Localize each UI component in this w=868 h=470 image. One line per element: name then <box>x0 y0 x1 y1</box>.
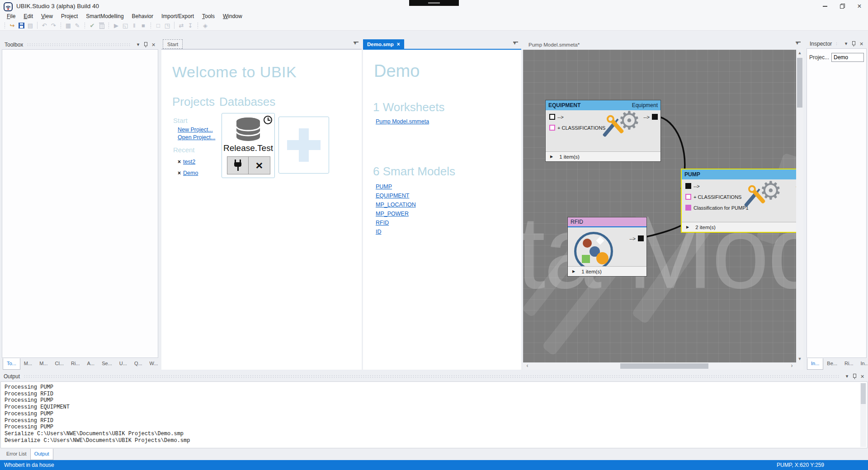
open-project-icon[interactable]: ↪ <box>8 21 17 29</box>
node-rfid-header[interactable]: RFID <box>568 217 646 227</box>
output-menu-button[interactable]: ▾ <box>843 373 851 380</box>
toolbar-grip[interactable] <box>84 22 86 28</box>
menu-import-export[interactable]: Import/Export <box>157 13 198 20</box>
run-window-icon[interactable]: ◱ <box>121 21 130 29</box>
new-project-link[interactable]: New Project... <box>178 127 213 133</box>
zoom-fit-icon[interactable]: □ <box>154 21 163 29</box>
smart-model-link-pump[interactable]: PUMP <box>376 183 392 190</box>
input-port-row[interactable]: --> <box>685 183 700 189</box>
toolbar-grip[interactable] <box>150 22 152 28</box>
smart-model-link-mp-location[interactable]: MP_LOCATION <box>376 202 416 208</box>
tabstrip-menu-icon[interactable] <box>796 42 801 46</box>
save-icon[interactable] <box>17 21 26 29</box>
dock-tab-5[interactable]: A... <box>84 358 99 370</box>
menu-view[interactable]: View <box>37 13 57 20</box>
toolbar-grip[interactable] <box>108 22 110 28</box>
remove-recent-icon[interactable]: × <box>178 170 181 176</box>
classifications-row[interactable]: + CLASSIFICATIONS <box>549 125 605 131</box>
toolbox-close-button[interactable]: × <box>150 41 157 48</box>
stop-icon[interactable]: ■ <box>139 21 148 29</box>
redo-icon[interactable]: ↷ <box>49 21 58 29</box>
inspector-tab-0[interactable]: In... <box>807 358 823 370</box>
menu-behavior[interactable]: Behavior <box>128 13 157 20</box>
menu-smartmodelling[interactable]: SmartModelling <box>82 13 127 20</box>
inspector-pin-button[interactable] <box>850 40 858 47</box>
node-footer[interactable]: ▶ 1 item(s) <box>568 266 646 276</box>
tag-icon[interactable]: ◈ <box>201 21 210 29</box>
output-header[interactable]: Output ▾ × <box>0 371 868 381</box>
inspector-drag-grip[interactable] <box>835 42 839 46</box>
expander-icon[interactable]: ▶ <box>550 155 553 159</box>
run-icon[interactable]: ▶ <box>112 21 121 29</box>
menu-file[interactable]: File <box>3 13 19 20</box>
validate-icon[interactable]: ✔ <box>88 21 97 29</box>
edit-form-icon[interactable]: ✎ <box>73 21 82 29</box>
dock-tab-toolbox[interactable]: To... <box>3 358 20 370</box>
recent-project-link[interactable]: Demo <box>183 170 198 176</box>
dock-tab-1[interactable]: M... <box>20 358 36 370</box>
canvas-vertical-scrollbar[interactable]: ▲ ▼ <box>796 50 803 362</box>
collapsed-dock-widget[interactable] <box>409 0 459 6</box>
canvas-horizontal-scrollbar[interactable]: ‹ › <box>523 362 796 370</box>
tab-demo-smp[interactable]: Demo.smp × <box>363 39 404 49</box>
port-icon[interactable] <box>685 183 691 189</box>
tab-output[interactable]: Output <box>30 449 53 460</box>
toolbox-drag-grip[interactable] <box>27 43 131 47</box>
menu-edit[interactable]: Edit <box>19 13 37 20</box>
expander-icon[interactable]: ▶ <box>572 269 575 273</box>
classifications-row[interactable]: + CLASSIFICATIONS <box>685 194 741 200</box>
node-equipment-header[interactable]: EQUIPMENT Equipment <box>546 100 660 110</box>
inspector-tab-2[interactable]: Ri... <box>841 358 857 370</box>
restore-button[interactable] <box>834 0 851 12</box>
toolbar-grip[interactable] <box>197 22 199 28</box>
toolbar-grip[interactable] <box>4 22 6 28</box>
cascade-windows-icon[interactable]: ◳ <box>163 21 172 29</box>
output-close-button[interactable]: × <box>859 373 866 380</box>
dock-tab-8[interactable]: Q... <box>131 358 146 370</box>
worksheet-link[interactable]: Pump Model.smmeta <box>376 118 429 125</box>
smart-model-link-id[interactable]: ID <box>376 229 382 235</box>
node-equipment[interactable]: EQUIPMENT Equipment --> + CLASSIFICATION… <box>545 100 661 162</box>
scroll-up-icon[interactable]: ▲ <box>796 50 803 56</box>
port-icon[interactable] <box>685 194 691 200</box>
print-icon[interactable]: ▤ <box>26 21 35 29</box>
scrollbar-thumb[interactable] <box>620 363 708 369</box>
undo-icon[interactable]: ↶ <box>40 21 49 29</box>
inspector-menu-button[interactable]: ▾ <box>842 40 850 47</box>
inspector-tab-3[interactable]: In... <box>857 358 868 370</box>
dock-tab-4[interactable]: Ri... <box>67 358 84 370</box>
node-footer[interactable]: ▶ 1 item(s) <box>546 151 660 161</box>
output-scrollbar[interactable] <box>860 383 866 447</box>
classification-row[interactable]: Classification for PUMP1 <box>685 205 749 211</box>
input-port-row[interactable]: --> <box>549 114 564 120</box>
output-port-row[interactable]: --> <box>629 235 644 241</box>
smart-model-link-rfid[interactable]: RFID <box>376 220 389 226</box>
dock-tab-3[interactable]: Cl... <box>51 358 67 370</box>
output-drag-grip[interactable] <box>24 375 840 378</box>
dock-tab-7[interactable]: U... <box>116 358 131 370</box>
inspector-tab-1[interactable]: Be... <box>823 358 841 370</box>
tab-close-icon[interactable]: × <box>397 41 400 47</box>
connect-db-button[interactable] <box>227 156 249 174</box>
menu-project[interactable]: Project <box>57 13 82 20</box>
dock-tab-9[interactable]: W... <box>146 358 162 370</box>
sync-icon[interactable]: ⇄ <box>177 21 186 29</box>
open-project-link[interactable]: Open Project... <box>178 134 215 141</box>
delete-icon[interactable] <box>97 21 106 29</box>
database-card[interactable]: Release.Test × <box>222 113 275 178</box>
scroll-down-icon[interactable]: ▼ <box>796 356 803 362</box>
toolbox-menu-button[interactable]: ▾ <box>134 41 142 48</box>
deploy-icon[interactable]: ↧ <box>186 21 195 29</box>
inspector-header[interactable]: Inspector ▾ × <box>806 39 867 48</box>
node-rfid[interactable]: RFID --> ▶ 1 item(s) <box>567 217 647 277</box>
toolbar-grip[interactable] <box>60 22 62 28</box>
node-footer[interactable]: ▶ 2 item(s) <box>682 222 796 232</box>
output-log[interactable]: Processing PUMP Processing RFID Processi… <box>0 381 868 448</box>
output-pin-button[interactable] <box>851 373 859 380</box>
model-canvas[interactable]: ta Model EQUIPMENT Equipment --> <box>523 50 796 362</box>
smart-model-link-mp-power[interactable]: MP_POWER <box>376 211 409 217</box>
port-icon[interactable] <box>685 205 691 211</box>
inspector-close-button[interactable]: × <box>858 40 865 47</box>
port-icon[interactable] <box>549 114 555 120</box>
add-database-card[interactable] <box>278 117 329 174</box>
